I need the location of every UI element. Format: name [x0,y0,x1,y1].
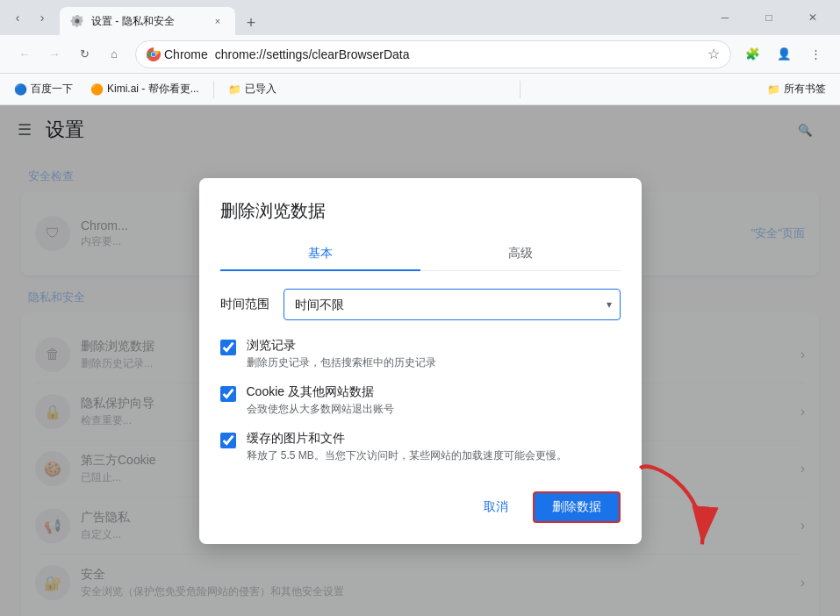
address-url: chrome://settings/clearBrowserData [215,47,700,61]
checkbox-list: 浏览记录 删除历史记录，包括搜索框中的历史记录 Cookie 及其他网站数据 会… [220,338,621,463]
window-controls: ─ □ ✕ [705,4,833,32]
toolbar-nav: ← → ↻ ⌂ [11,40,128,68]
checkbox-text-2: 缓存的图片和文件 释放了 5.5 MB。当您下次访问时，某些网站的加载速度可能会… [247,431,567,463]
checkbox-text-0: 浏览记录 删除历史记录，包括搜索框中的历史记录 [247,338,436,370]
tab-close-button[interactable]: × [211,14,225,28]
checkbox-item-1: Cookie 及其他网站数据 会致使您从大多数网站退出账号 [220,384,621,417]
dialog-title: 删除浏览数据 [220,199,621,223]
address-bar[interactable]: Chrome chrome://settings/clearBrowserDat… [135,40,731,68]
dialog-tabs: 基本 高级 [220,237,621,271]
time-range-select-wrapper[interactable]: 最近一小时 最近24小时 最近7天 最近4周 时间不限 ▾ [284,289,621,320]
close-button[interactable]: ✕ [793,4,833,32]
active-tab[interactable]: 设置 - 隐私和安全 × [60,7,235,35]
forward-nav-button[interactable]: → [40,40,68,68]
baidu-label: 百度一下 [31,82,73,97]
main-content: ☰ 设置 🔍 安全检查 🛡 Chrom... 内容要... [0,105,840,616]
back-button[interactable]: ‹ [7,7,28,28]
chrome-logo-icon [147,47,161,61]
title-bar-left: ‹ › [7,7,53,28]
menu-button[interactable]: ⋮ [801,40,829,68]
tab-bar: 设置 - 隐私和安全 × + [60,0,698,35]
all-bookmarks-label: 所有书签 [784,82,826,97]
browser-frame: ‹ › 设置 - 隐私和安全 × + ─ □ ✕ [0,0,840,616]
reload-button[interactable]: ↻ [70,40,98,68]
time-range-label: 时间范围 [220,297,269,312]
home-button[interactable]: ⌂ [100,40,128,68]
address-brand: Chrome [147,47,208,61]
bookmark-separator2 [520,81,521,98]
settings-background: ☰ 设置 🔍 安全检查 🛡 Chrom... 内容要... [0,105,840,616]
all-bookmarks-folder-icon: 📁 [767,83,780,96]
tab-favicon [70,14,84,28]
bookmarks-bar: 🔵 百度一下 🟠 Kimi.ai - 帮你看更... 📁 已导入 📁 所有书签 [0,74,840,105]
checkbox-item-0: 浏览记录 删除历史记录，包括搜索框中的历史记录 [220,338,621,370]
checkbox-input-1[interactable] [220,386,236,402]
all-bookmarks[interactable]: 📁 所有书签 [760,78,833,100]
minimize-button[interactable]: ─ [705,4,745,32]
checkbox-text-1: Cookie 及其他网站数据 会致使您从大多数网站退出账号 [247,384,394,417]
extensions-button[interactable]: 🧩 [738,40,766,68]
time-range-select[interactable]: 最近一小时 最近24小时 最近7天 最近4周 时间不限 [284,289,621,320]
kimi-label: Kimi.ai - 帮你看更... [107,82,199,97]
tab-title: 设置 - 隐私和安全 [91,14,204,29]
checkbox-input-0[interactable] [220,340,236,355]
svg-point-2 [152,52,156,56]
toolbar-actions: 🧩 👤 ⋮ [738,40,829,68]
tab-advanced[interactable]: 高级 [420,237,621,270]
bookmark-baidu[interactable]: 🔵 百度一下 [7,78,80,100]
new-tab-button[interactable]: + [239,11,263,35]
checkbox-input-2[interactable] [220,433,236,448]
import-label: 已导入 [245,82,276,97]
clear-data-dialog: 删除浏览数据 基本 高级 时间范围 最近一小时 最近24小时 [199,178,642,544]
checkbox-item-2: 缓存的图片和文件 释放了 5.5 MB。当您下次访问时，某些网站的加载速度可能会… [220,431,621,463]
title-bar: ‹ › 设置 - 隐私和安全 × + ─ □ ✕ [0,0,840,35]
bookmark-separator [213,81,214,98]
toolbar: ← → ↻ ⌂ Chrome chrome://settings/clearBr… [0,35,840,74]
brand-label: Chrome [164,47,208,61]
bookmark-import[interactable]: 📁 已导入 [221,78,284,100]
cancel-button[interactable]: 取消 [466,491,526,523]
tab-basic[interactable]: 基本 [220,237,420,270]
back-nav-button[interactable]: ← [11,40,39,68]
maximize-button[interactable]: □ [749,4,789,32]
baidu-favicon: 🔵 [14,83,27,96]
kimi-favicon: 🟠 [90,83,104,96]
star-icon[interactable]: ☆ [707,46,720,62]
profile-button[interactable]: 👤 [770,40,798,68]
delete-data-button[interactable]: 删除数据 [533,491,621,523]
bookmark-kimi[interactable]: 🟠 Kimi.ai - 帮你看更... [83,78,206,100]
modal-overlay: 删除浏览数据 基本 高级 时间范围 最近一小时 最近24小时 [0,105,840,616]
forward-button[interactable]: › [32,7,53,28]
import-folder-icon: 📁 [228,83,241,96]
dialog-footer: 取消 删除数据 [220,484,621,523]
time-range-row: 时间范围 最近一小时 最近24小时 最近7天 最近4周 时间不限 ▾ [220,289,621,320]
